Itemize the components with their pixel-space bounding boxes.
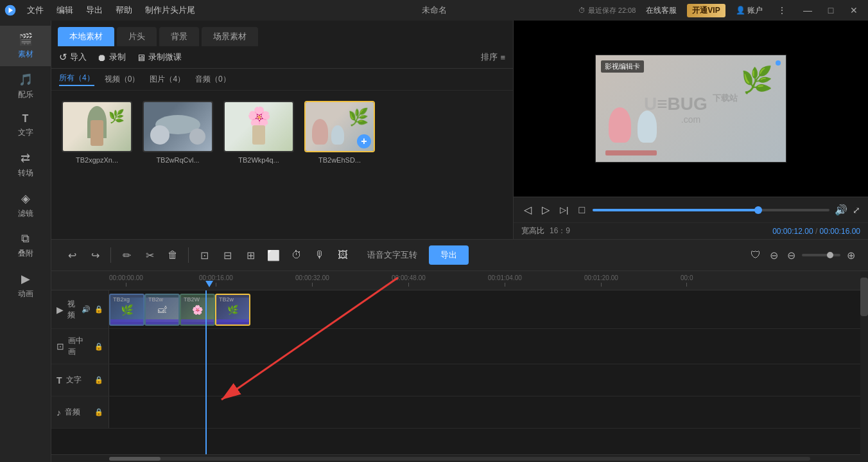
- horizontal-scrollbar[interactable]: [51, 454, 868, 462]
- record-btn[interactable]: ⏺ 录制: [97, 51, 126, 63]
- split-button[interactable]: ⊟: [217, 245, 238, 265]
- save-indicator: ⏱ 最近保存 22:08: [578, 6, 636, 15]
- menu-file[interactable]: 文件: [21, 0, 50, 21]
- minus-button[interactable]: ⊖: [767, 247, 781, 264]
- undo-button[interactable]: ↩: [62, 245, 82, 265]
- preview-label: 影视编辑卡: [601, 60, 644, 73]
- grid-button[interactable]: ⊞: [240, 245, 261, 265]
- play-button[interactable]: ▷: [539, 202, 552, 217]
- video-clip-2[interactable]: TB2w 🛋: [144, 294, 180, 326]
- sort-button[interactable]: 排序 ≡: [481, 51, 505, 63]
- sidebar-item-overlay[interactable]: ⧉ 叠附: [0, 226, 51, 265]
- vertical-scrollbar[interactable]: [860, 271, 868, 462]
- pen-button[interactable]: ✏: [116, 245, 137, 265]
- clip-label-4: TB2w: [219, 296, 234, 303]
- media-item-2[interactable]: TB2wRqCvl...: [143, 101, 213, 229]
- sidebar-item-filter[interactable]: ◈ 滤镜: [0, 185, 51, 226]
- filter-image[interactable]: 图片（4）: [150, 74, 185, 85]
- preview-timeline-bar[interactable]: [593, 209, 829, 211]
- speech-text-button[interactable]: 语音文字互转: [361, 247, 424, 263]
- online-service-btn[interactable]: 在线客服: [641, 4, 682, 17]
- add-to-timeline-badge[interactable]: +: [357, 134, 371, 148]
- scroll-thumb[interactable]: [109, 457, 161, 461]
- expand-icon[interactable]: ⤢: [853, 205, 860, 215]
- mic-button[interactable]: 🎙: [309, 245, 330, 265]
- toolbar-separator-1: [110, 247, 111, 263]
- shield-button[interactable]: 🛡: [748, 247, 763, 263]
- window-title: 未命名: [422, 4, 447, 16]
- tab-local-media[interactable]: 本地素材: [58, 27, 114, 46]
- minimize-button[interactable]: —: [796, 0, 819, 21]
- sidebar-item-music[interactable]: 🎵 配乐: [0, 66, 51, 107]
- import-btn[interactable]: ↺ 导入: [59, 51, 87, 63]
- filter-video[interactable]: 视频（0）: [105, 74, 140, 85]
- filter-audio[interactable]: 音频（0）: [195, 74, 230, 85]
- media-label-4: TB2wEhSD...: [318, 156, 361, 164]
- media-item-4[interactable]: 🌿 + TB2wEhSD...: [304, 101, 375, 229]
- vip-button[interactable]: 开通VIP: [687, 4, 725, 17]
- sidebar-item-transition[interactable]: ⇄ 转场: [0, 145, 51, 185]
- zoom-slider[interactable]: [802, 254, 840, 256]
- tab-background[interactable]: 背景: [159, 27, 199, 46]
- sidebar-item-text[interactable]: T 文字: [0, 107, 51, 145]
- zoom-handle[interactable]: [827, 252, 833, 258]
- record-micro-icon: 🖥: [136, 52, 146, 63]
- cut-button[interactable]: ✂: [139, 245, 160, 265]
- video-clip-3[interactable]: TB2W 🌸: [180, 294, 215, 326]
- preview-video: 🌿 影视编辑卡 U≡BUG 下载站: [514, 21, 868, 197]
- media-label-1: TB2xgpzXn...: [76, 156, 118, 164]
- tab-scene[interactable]: 场景素材: [202, 27, 258, 46]
- menu-edit[interactable]: 编辑: [50, 0, 80, 21]
- frame-button[interactable]: ⬜: [263, 245, 284, 265]
- crop-button[interactable]: ⊡: [194, 245, 214, 265]
- video-lock2-icon: 🔒: [94, 305, 103, 314]
- timer-button[interactable]: ⏱: [286, 245, 307, 265]
- ruler-mark-5: 00:01:20.00: [584, 274, 618, 287]
- filter-all[interactable]: 所有（4）: [59, 73, 94, 86]
- scroll-track[interactable]: [109, 457, 810, 461]
- media-icon: 🎬: [19, 32, 33, 46]
- image-button[interactable]: 🖼: [333, 245, 353, 265]
- sidebar-label-transition: 转场: [18, 168, 33, 179]
- media-item-1[interactable]: 🌿 TB2xgpzXn...: [62, 101, 132, 229]
- pip-icon: ⊡: [56, 341, 64, 351]
- aspect-ratio-label: 宽高比: [521, 226, 544, 236]
- timeline-area: 00:00:00.00 00:00:16.00 00:00:32.00 00:0…: [51, 271, 868, 462]
- record-micro-btn[interactable]: 🖥 录制微课: [136, 51, 182, 63]
- delete-button[interactable]: 🗑: [162, 245, 183, 265]
- sidebar-item-media[interactable]: 🎬 素材: [0, 26, 51, 66]
- stop-button[interactable]: □: [576, 203, 587, 217]
- maximize-button[interactable]: □: [819, 0, 842, 21]
- pip-track-row: ⊡ 画中画 🔒: [51, 329, 868, 364]
- zoom-out-button[interactable]: ⊖: [785, 247, 798, 264]
- media-label-2: TB2wRqCvl...: [156, 156, 199, 164]
- watermark: U≡BUG 下载站 .com: [644, 93, 738, 125]
- rewind-button[interactable]: ◁: [521, 202, 534, 217]
- close-button[interactable]: ✕: [842, 0, 865, 21]
- playhead-triangle: [205, 281, 213, 287]
- redo-button[interactable]: ↪: [85, 245, 105, 265]
- media-toolbar: ↺ 导入 ⏺ 录制 🖥 录制微课 排序 ≡: [51, 46, 513, 69]
- audio-track-content: [109, 396, 868, 428]
- ruler-mark-2: 00:00:32.00: [295, 274, 329, 287]
- text-track-icon: T: [56, 375, 62, 386]
- video-clip-4[interactable]: TB2w 🌿: [215, 294, 250, 326]
- export-button[interactable]: 导出: [429, 245, 469, 265]
- preview-panel: 🌿 影视编辑卡 U≡BUG 下载站: [514, 21, 868, 239]
- tab-title[interactable]: 片头: [117, 27, 157, 46]
- v-scroll-thumb[interactable]: [860, 278, 868, 316]
- menu-export[interactable]: 导出: [80, 0, 109, 21]
- menu-make-title[interactable]: 制作片头片尾: [139, 0, 202, 21]
- more-options-btn[interactable]: ⋮: [773, 4, 791, 16]
- zoom-in-button[interactable]: ⊕: [844, 247, 858, 264]
- user-account-btn[interactable]: 👤 账户: [731, 4, 768, 17]
- right-content: 本地素材 片头 背景 场景素材 ↺ 导入 ⏺ 录制 🖥: [51, 21, 868, 462]
- sidebar-label-animation: 动画: [18, 289, 33, 299]
- sidebar-item-animation[interactable]: ▶ 动画: [0, 265, 51, 306]
- menu-help[interactable]: 帮助: [109, 0, 139, 21]
- video-clip-1[interactable]: TB2xg 🌿: [109, 294, 144, 326]
- fast-forward-button[interactable]: ▷|: [557, 204, 571, 216]
- volume-icon[interactable]: 🔊: [835, 204, 847, 216]
- timeline-handle[interactable]: [754, 206, 762, 214]
- media-item-3[interactable]: 🌸 TB2Wkp4q...: [223, 101, 294, 229]
